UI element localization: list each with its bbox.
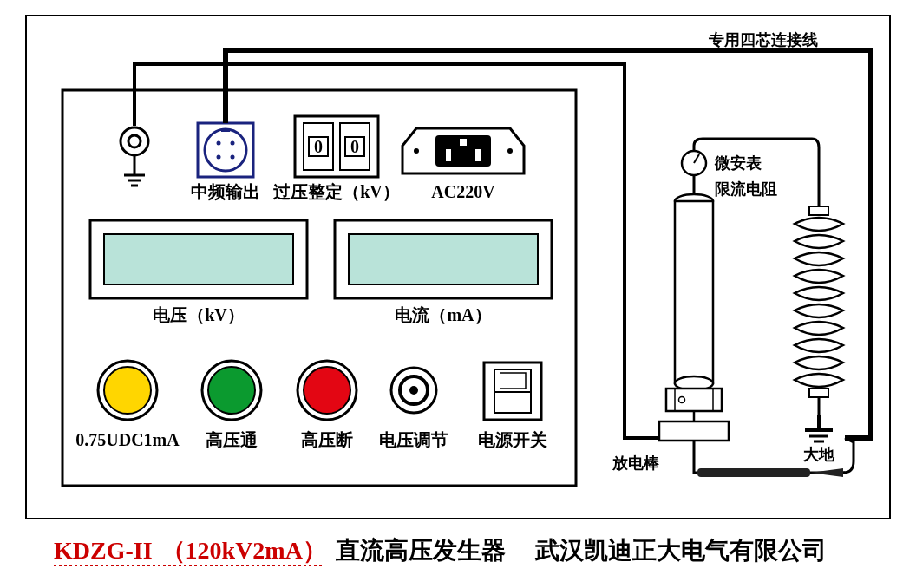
- svg-rect-22: [460, 139, 467, 146]
- svg-point-8: [217, 141, 221, 146]
- voltage-label: 电压（kV）: [153, 305, 245, 324]
- green-button[interactable]: [202, 361, 261, 420]
- ovp-switches: 0 0: [295, 116, 378, 177]
- green-button-label: 高压通: [206, 430, 258, 449]
- red-button-label: 高压断: [301, 430, 353, 449]
- svg-rect-12: [221, 128, 230, 132]
- power-switch[interactable]: [484, 363, 541, 420]
- caption-name: 直流高压发生器: [335, 537, 506, 564]
- caption-model: KDZG-II: [54, 537, 153, 564]
- svg-rect-26: [104, 234, 293, 284]
- svg-rect-61: [697, 468, 810, 477]
- svg-point-34: [304, 367, 350, 414]
- svg-rect-55: [809, 389, 828, 397]
- voltage-adjust-label: 电压调节: [379, 430, 448, 449]
- discharge-rod-label: 放电棒: [612, 454, 660, 472]
- voltage-adjust-knob[interactable]: [391, 368, 436, 413]
- svg-point-9: [231, 141, 235, 146]
- svg-point-11: [231, 155, 235, 160]
- svg-rect-20: [446, 149, 451, 161]
- caption: KDZG-II （120kV2mA） 直流高压发生器 武汉凯迪正大电气有限公司: [54, 537, 827, 565]
- svg-rect-45: [675, 201, 713, 383]
- svg-point-37: [409, 386, 418, 395]
- svg-point-23: [414, 148, 419, 154]
- yellow-button[interactable]: [98, 361, 157, 420]
- ground-symbol: [805, 415, 833, 441]
- svg-point-30: [104, 367, 151, 414]
- midfreq-output-connector: [198, 123, 253, 177]
- svg-text:KDZG-II
      （120kV2mA）
     : KDZG-II （120kV2mA） 直流高压发生器 武汉凯迪正大电气有限公司: [54, 537, 827, 564]
- microammeter-label: 微安表: [714, 154, 762, 172]
- ovp-digit-2: 0: [350, 137, 359, 156]
- cable-label: 专用四芯连接线: [708, 31, 818, 49]
- svg-rect-28: [349, 234, 538, 284]
- microammeter-icon: [682, 151, 706, 193]
- caption-spec: （120kV2mA）: [161, 537, 327, 564]
- midfreq-output-label: 中频输出: [191, 182, 260, 201]
- current-display: [335, 220, 552, 298]
- yellow-button-label: 0.75UDC1mA: [75, 430, 180, 449]
- svg-rect-21: [475, 149, 481, 161]
- red-button[interactable]: [298, 361, 357, 420]
- svg-rect-54: [809, 206, 828, 215]
- power-switch-label: 电源开关: [478, 430, 547, 449]
- svg-point-7: [205, 129, 246, 171]
- svg-point-50: [679, 397, 685, 403]
- svg-point-10: [217, 155, 221, 160]
- ovp-label: 过压整定（kV）: [272, 182, 400, 201]
- svg-marker-62: [810, 468, 843, 477]
- current-label: 电流（mA）: [395, 305, 491, 324]
- ac-label: AC220V: [431, 182, 495, 201]
- svg-point-1: [128, 135, 141, 147]
- ground-label: 大地: [802, 446, 835, 463]
- hv-cylinder: [659, 194, 729, 441]
- voltage-display: [90, 220, 307, 298]
- insulator-stack: [795, 173, 843, 415]
- limiter-label: 限流电阻: [715, 180, 777, 198]
- ovp-digit-1: 0: [314, 137, 323, 156]
- ac-inlet: [402, 128, 524, 173]
- svg-point-32: [208, 367, 255, 414]
- caption-company: 武汉凯迪正大电气有限公司: [534, 537, 827, 564]
- svg-rect-51: [659, 421, 729, 441]
- svg-point-24: [507, 148, 513, 154]
